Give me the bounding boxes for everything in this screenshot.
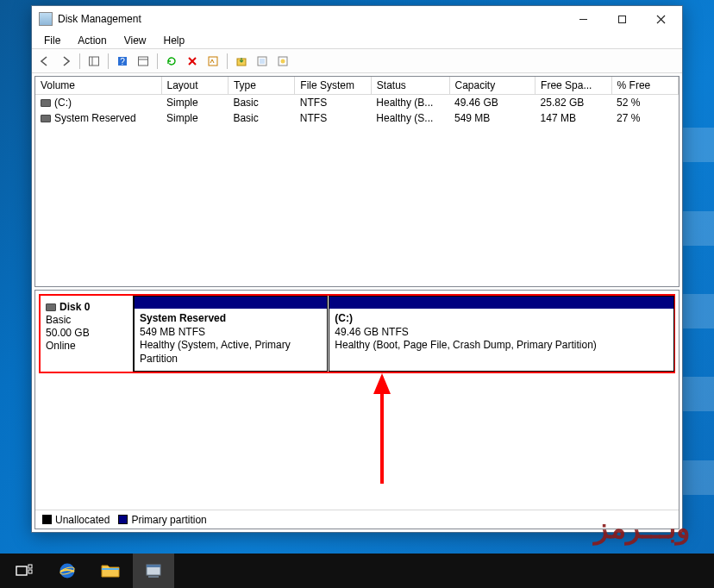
show-hide-tree-button[interactable]: [85, 52, 103, 71]
close-button[interactable]: [642, 7, 680, 31]
drive-icon: [41, 99, 51, 107]
volume-header[interactable]: Free Spa...: [536, 77, 611, 95]
taskbar[interactable]: [0, 554, 714, 588]
legend-item: Unallocated: [42, 514, 110, 526]
volume-header[interactable]: % Free: [611, 77, 678, 95]
window-title: Disk Management: [58, 13, 141, 25]
delete-button[interactable]: [183, 52, 202, 71]
help-button[interactable]: ?: [113, 52, 132, 71]
app-icon: [39, 12, 53, 26]
disk-row[interactable]: Disk 0Basic50.00 GBOnlineSystem Reserved…: [39, 294, 675, 373]
action-button-1[interactable]: [232, 52, 251, 71]
svg-rect-15: [260, 59, 265, 64]
svg-rect-22: [28, 570, 32, 573]
minimize-button[interactable]: [564, 7, 603, 31]
disk-icon: [46, 303, 56, 311]
volume-header[interactable]: Status: [371, 77, 449, 95]
svg-rect-28: [148, 576, 159, 578]
svg-rect-21: [28, 565, 32, 568]
ie-icon[interactable]: [47, 554, 88, 588]
svg-rect-27: [147, 565, 160, 567]
menu-view[interactable]: View: [117, 33, 153, 48]
back-button[interactable]: [35, 52, 54, 71]
volume-header[interactable]: Type: [228, 77, 294, 95]
action-button-2[interactable]: [253, 52, 272, 71]
partition-stripe: [135, 297, 327, 309]
svg-text:?: ?: [120, 57, 125, 66]
forward-button[interactable]: [56, 52, 75, 71]
svg-rect-4: [90, 57, 99, 66]
disk-management-window: Disk Management File Action View Help ?: [31, 5, 683, 533]
volume-header[interactable]: Volume: [35, 77, 161, 95]
settings-button[interactable]: [134, 52, 153, 71]
svg-rect-25: [102, 568, 119, 570]
partition[interactable]: (C:)49.46 GB NTFSHealthy (Boot, Page Fil…: [329, 296, 674, 372]
disk-info[interactable]: Disk 0Basic50.00 GBOnline: [41, 296, 134, 372]
properties-button[interactable]: [204, 52, 222, 71]
volume-header[interactable]: Capacity: [449, 77, 536, 95]
volume-table[interactable]: VolumeLayoutTypeFile SystemStatusCapacit…: [35, 77, 679, 126]
action-button-3[interactable]: [273, 52, 292, 71]
legend-swatch: [42, 515, 52, 524]
maximize-button[interactable]: [603, 7, 642, 31]
svg-rect-8: [139, 57, 148, 66]
legend: UnallocatedPrimary partition: [35, 510, 679, 529]
volume-header[interactable]: Layout: [161, 77, 228, 95]
volume-list-pane: VolumeLayoutTypeFile SystemStatusCapacit…: [34, 76, 680, 287]
taskview-button[interactable]: [3, 554, 45, 588]
table-row[interactable]: System ReservedSimpleBasicNTFSHealthy (S…: [35, 110, 679, 126]
menu-help[interactable]: Help: [157, 33, 192, 48]
annotation-arrow: [372, 373, 392, 485]
menu-action[interactable]: Action: [71, 33, 113, 48]
explorer-icon[interactable]: [90, 554, 131, 588]
partition[interactable]: System Reserved549 MB NTFSHealthy (Syste…: [134, 296, 328, 372]
refresh-button[interactable]: [162, 52, 181, 71]
table-row[interactable]: (C:)SimpleBasicNTFSHealthy (B...49.46 GB…: [35, 95, 679, 111]
disk-graphic-pane: Disk 0Basic50.00 GBOnlineSystem Reserved…: [34, 290, 680, 529]
volume-header[interactable]: File System: [295, 77, 371, 95]
legend-item: Primary partition: [118, 514, 206, 526]
menubar: File Action View Help: [32, 32, 682, 49]
diskmgmt-taskbar-icon[interactable]: [133, 554, 174, 588]
svg-rect-20: [16, 566, 27, 575]
svg-rect-1: [619, 16, 626, 22]
drive-icon: [41, 115, 51, 122]
menu-file[interactable]: File: [37, 33, 67, 48]
partition-stripe: [329, 297, 673, 309]
toolbar: ?: [32, 49, 682, 73]
svg-point-17: [281, 59, 285, 63]
legend-swatch: [118, 515, 128, 524]
titlebar[interactable]: Disk Management: [32, 6, 682, 32]
